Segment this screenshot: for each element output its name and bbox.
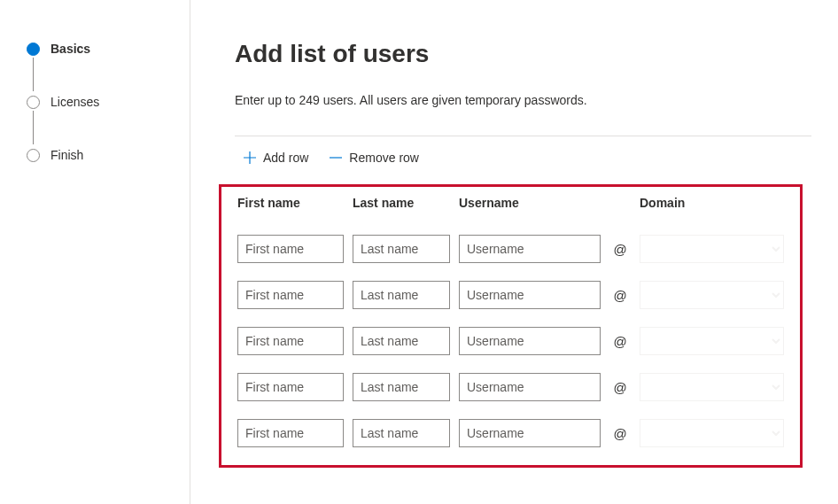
step-licenses[interactable]: Licenses <box>27 93 172 111</box>
step-finish[interactable]: Finish <box>27 146 172 164</box>
username-input[interactable] <box>459 281 601 309</box>
remove-row-button[interactable]: Remove row <box>328 147 421 168</box>
last-name-input[interactable] <box>353 235 450 263</box>
step-dot-icon <box>27 43 40 56</box>
last-name-input[interactable] <box>353 373 450 401</box>
main-content: Add list of users Enter up to 249 users.… <box>190 0 838 504</box>
plus-icon <box>244 151 256 164</box>
first-name-input[interactable] <box>237 281 344 309</box>
last-name-input[interactable] <box>353 419 450 447</box>
step-basics[interactable]: Basics <box>27 40 172 58</box>
step-dot-icon <box>27 149 40 162</box>
step-dot-icon <box>27 96 40 109</box>
user-table-highlight: First name Last name Username Domain @ @… <box>219 184 803 468</box>
domain-select[interactable] <box>640 235 784 263</box>
step-list: Basics Licenses Finish <box>27 40 172 164</box>
minus-icon <box>330 151 342 164</box>
last-name-input[interactable] <box>353 281 450 309</box>
page-title: Add list of users <box>235 40 811 68</box>
at-symbol: @ <box>609 334 631 349</box>
step-label: Licenses <box>50 95 99 109</box>
col-header-domain: Domain <box>640 196 784 210</box>
add-row-label: Add row <box>263 151 308 165</box>
table-row: @ <box>237 373 784 401</box>
col-header-last-name: Last name <box>353 196 450 210</box>
at-symbol: @ <box>609 426 631 441</box>
first-name-input[interactable] <box>237 327 344 355</box>
domain-select[interactable] <box>640 373 784 401</box>
first-name-input[interactable] <box>237 235 344 263</box>
subtitle: Enter up to 249 users. All users are giv… <box>235 93 811 107</box>
remove-row-label: Remove row <box>349 151 419 165</box>
username-input[interactable] <box>459 235 601 263</box>
username-input[interactable] <box>459 373 601 401</box>
table-row: @ <box>237 419 784 447</box>
add-row-button[interactable]: Add row <box>242 147 310 168</box>
table-row: @ <box>237 281 784 309</box>
table-row: @ <box>237 235 784 263</box>
domain-select[interactable] <box>640 281 784 309</box>
domain-select[interactable] <box>640 419 784 447</box>
domain-select[interactable] <box>640 327 784 355</box>
username-input[interactable] <box>459 327 601 355</box>
at-symbol: @ <box>609 288 631 303</box>
col-header-first-name: First name <box>237 196 344 210</box>
divider <box>235 136 811 136</box>
table-header: First name Last name Username Domain <box>237 196 784 210</box>
wizard-sidebar: Basics Licenses Finish <box>0 0 190 504</box>
col-header-username: Username <box>459 196 601 210</box>
last-name-input[interactable] <box>353 327 450 355</box>
step-label: Basics <box>50 42 90 56</box>
at-symbol: @ <box>609 242 631 257</box>
table-row: @ <box>237 327 784 355</box>
username-input[interactable] <box>459 419 601 447</box>
first-name-input[interactable] <box>237 373 344 401</box>
at-symbol: @ <box>609 380 631 395</box>
step-label: Finish <box>50 148 83 162</box>
first-name-input[interactable] <box>237 419 344 447</box>
toolbar: Add row Remove row <box>235 147 811 168</box>
